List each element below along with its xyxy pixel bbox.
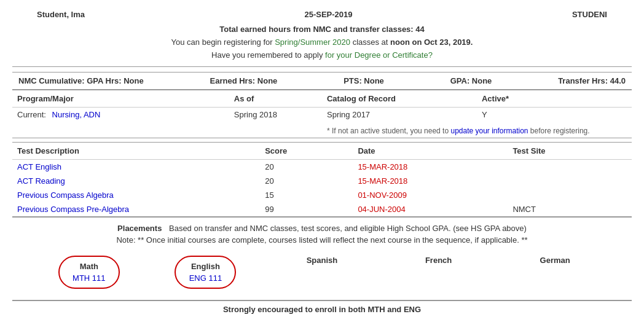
test-site	[508, 188, 632, 202]
placement-col-label: French	[408, 256, 469, 265]
placement-column: Math MTH 111	[58, 256, 120, 289]
placement-no-oval: French	[408, 256, 469, 265]
program-table: Program/Major As of Catalog of Record Ac…	[12, 90, 632, 138]
test-date: 01-NOV-2009	[353, 188, 508, 202]
test-description: ACT Reading	[12, 174, 260, 188]
test-row: ACT Reading 20 15-MAR-2018	[12, 174, 632, 188]
col-test-date: Date	[353, 143, 508, 160]
program-asof: Spring 2018	[229, 108, 322, 122]
test-score: 99	[260, 202, 353, 216]
test-date: 15-MAR-2018	[353, 160, 508, 175]
program-row: Current: Nursing, ADN Spring 2018 Spring…	[12, 108, 632, 122]
placements-note-line: Note: ** Once initial courses are comple…	[18, 234, 626, 246]
placement-col-label: English	[188, 262, 222, 271]
col-program: Program/Major	[12, 90, 229, 108]
placement-col-label: Spanish	[291, 256, 353, 265]
test-section: Test Description Score Date Test Site AC…	[12, 142, 632, 217]
gpa-transfer: Transfer Hrs: 44.0	[558, 76, 626, 85]
test-row: Previous Compass Algebra 15 01-NOV-2009	[12, 188, 632, 202]
col-test-score: Score	[260, 143, 353, 160]
test-site	[508, 174, 632, 188]
placement-column: French	[408, 256, 469, 267]
program-value: Nursing, ADN	[52, 110, 101, 119]
placement-col-label: Math	[72, 262, 106, 271]
degree-link[interactable]: for your Degree or Certificate?	[325, 50, 433, 60]
placement-col-value: MTH 111	[72, 273, 106, 283]
test-row: ACT English 20 15-MAR-2018	[12, 160, 632, 175]
header-row: Student, Ima 25-SEP-2019 STUDENI	[12, 6, 632, 23]
program-catalog: Spring 2017	[322, 108, 477, 122]
placement-oval: English ENG 111	[175, 256, 236, 289]
registration-link[interactable]: Spring/Summer 2020	[275, 37, 350, 47]
col-test-description: Test Description	[12, 143, 260, 160]
test-description: ACT English	[12, 160, 260, 175]
placement-column: Spanish	[291, 256, 353, 267]
test-date: 04-JUN-2004	[353, 202, 508, 216]
col-active: Active*	[477, 90, 632, 108]
test-site	[508, 160, 632, 175]
earned-hours-line: Total earned hours from NMC and transfer…	[12, 23, 632, 36]
placements-note: Note: ** Once initial courses are comple…	[116, 235, 527, 245]
placements-section: Placements Based on transfer and NMC cla…	[12, 217, 632, 300]
test-description: Previous Compass Pre-Algebra	[12, 202, 260, 216]
program-active: Y	[477, 108, 632, 122]
gpa-gpa: GPA: None	[450, 76, 492, 85]
active-note: * If not an active student, you need to …	[327, 124, 627, 135]
test-date: 15-MAR-2018	[353, 174, 508, 188]
gpa-earned: Earned Hrs: None	[210, 76, 278, 85]
program-section: Program/Major As of Catalog of Record Ac…	[12, 90, 632, 138]
col-asof: As of	[229, 90, 322, 108]
placements-header-line: Placements Based on transfer and NMC cla…	[18, 222, 626, 234]
registration-line: You can begin registering for Spring/Sum…	[12, 36, 632, 49]
placement-col-value: ENG 111	[188, 273, 222, 283]
placement-oval: Math MTH 111	[58, 256, 120, 289]
test-site: NMCT	[508, 202, 632, 216]
placement-column: English ENG 111	[175, 256, 236, 289]
test-row: Previous Compass Pre-Algebra 99 04-JUN-2…	[12, 202, 632, 216]
placements-label: Placements	[117, 224, 162, 233]
placements-description: Based on transfer and NMC classes, test …	[169, 224, 527, 233]
placement-no-oval: Spanish	[291, 256, 353, 265]
student-id: STUDENI	[572, 10, 607, 19]
placement-no-oval: German	[524, 256, 586, 265]
test-table: Test Description Score Date Test Site AC…	[12, 143, 632, 216]
col-test-site: Test Site	[508, 143, 632, 160]
encouraged-line: Strongly encouraged to enroll in both MT…	[12, 300, 632, 314]
gpa-summary-row: NMC Cumulative: GPA Hrs: None Earned Hrs…	[12, 72, 632, 90]
placements-grid: Math MTH 111 English ENG 111 Spanish Fre…	[18, 249, 626, 295]
gpa-cumulative: NMC Cumulative: GPA Hrs: None	[18, 76, 144, 85]
student-name: Student, Ima	[37, 10, 85, 19]
placement-column: German	[524, 256, 586, 267]
col-catalog: Catalog of Record	[322, 90, 477, 108]
program-name: Current: Nursing, ADN	[12, 108, 229, 122]
gpa-pts: PTS: None	[344, 76, 384, 85]
test-score: 15	[260, 188, 353, 202]
header-date: 25-SEP-2019	[304, 10, 352, 19]
test-score: 20	[260, 174, 353, 188]
placement-col-label: German	[524, 256, 586, 265]
degree-line: Have you remembered to apply for your De…	[12, 49, 632, 61]
test-score: 20	[260, 160, 353, 175]
active-note-row: * If not an active student, you need to …	[12, 122, 632, 138]
update-info-link[interactable]: update your information	[450, 127, 528, 135]
test-description: Previous Compass Algebra	[12, 188, 260, 202]
